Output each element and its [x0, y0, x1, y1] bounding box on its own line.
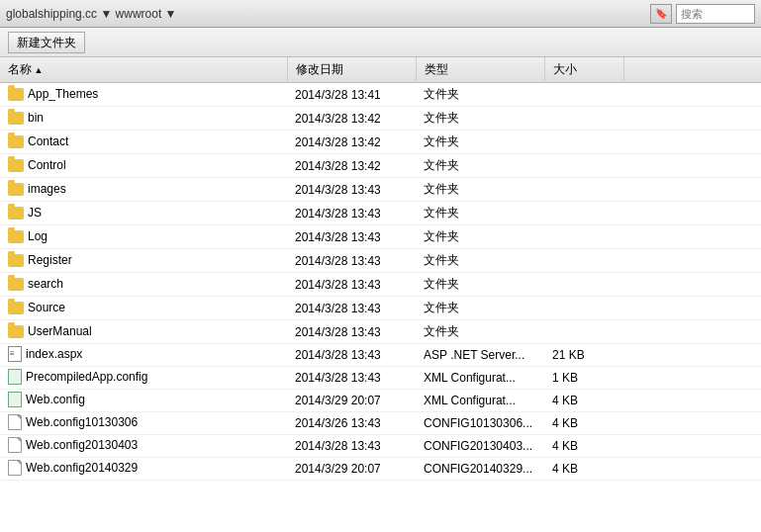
cell-date: 2014/3/28 13:43 — [287, 249, 416, 273]
table-row[interactable]: Web.config201403292014/3/29 20:07CONFIG2… — [0, 458, 761, 481]
header-size[interactable]: 大小 — [544, 57, 623, 83]
cell-name: UserManual — [0, 320, 287, 344]
header-date[interactable]: 修改日期 — [287, 57, 416, 83]
table-row[interactable]: Register2014/3/28 13:43文件夹 — [0, 249, 761, 273]
table-row[interactable]: Log2014/3/28 13:43文件夹 — [0, 225, 761, 249]
search-input[interactable] — [676, 4, 755, 24]
file-name: Web.config — [26, 393, 85, 406]
cell-date: 2014/3/28 13:42 — [287, 131, 416, 154]
cell-name: Web.config20140329 — [0, 458, 287, 481]
cell-extra — [623, 435, 761, 458]
cell-name: images — [0, 178, 287, 202]
table-row[interactable]: search2014/3/28 13:43文件夹 — [0, 273, 761, 297]
table-row[interactable]: index.aspx2014/3/28 13:43ASP .NET Server… — [0, 344, 761, 367]
folder-icon — [8, 135, 24, 148]
folder-icon — [8, 278, 24, 291]
toolbar: 新建文件夹 — [0, 28, 761, 57]
cell-size: 4 KB — [544, 435, 623, 458]
cell-size — [544, 297, 623, 320]
table-row[interactable]: Web.config201304032014/3/28 13:43CONFIG2… — [0, 435, 761, 458]
cell-date: 2014/3/28 13:43 — [287, 297, 416, 320]
cell-extra — [623, 249, 761, 273]
table-row[interactable]: JS2014/3/28 13:43文件夹 — [0, 202, 761, 225]
cell-type: XML Configurat... — [416, 390, 544, 412]
table-row[interactable]: Contact2014/3/28 13:42文件夹 — [0, 131, 761, 154]
file-name: Web.config20140329 — [26, 461, 138, 475]
table-row[interactable]: PrecompiledApp.config2014/3/28 13:43XML … — [0, 367, 761, 390]
cell-name: Web.config10130306 — [0, 412, 287, 435]
header-type[interactable]: 类型 — [416, 57, 544, 83]
header-name[interactable]: 名称 — [0, 57, 287, 83]
cell-size — [544, 131, 623, 154]
generic-file-icon — [8, 460, 22, 476]
cell-extra — [623, 83, 761, 107]
cell-name: Contact — [0, 131, 287, 154]
cell-date: 2014/3/28 13:43 — [287, 435, 416, 458]
table-row[interactable]: App_Themes2014/3/28 13:41文件夹 — [0, 83, 761, 107]
table-row[interactable]: UserManual2014/3/28 13:43文件夹 — [0, 320, 761, 344]
table-row[interactable]: bin2014/3/28 13:42文件夹 — [0, 107, 761, 131]
table-header-row: 名称 修改日期 类型 大小 — [0, 57, 761, 83]
cell-size — [544, 83, 623, 107]
cell-size: 4 KB — [544, 458, 623, 481]
folder-icon — [8, 325, 24, 338]
cell-date: 2014/3/29 20:07 — [287, 390, 416, 412]
cell-date: 2014/3/29 20:07 — [287, 458, 416, 481]
cell-name: search — [0, 273, 287, 297]
cell-type: CONFIG20130403... — [416, 435, 544, 458]
file-name: Web.config20130403 — [26, 438, 138, 452]
file-list-container: 名称 修改日期 类型 大小 App_Themes2014/3/28 13:41文… — [0, 57, 761, 532]
cell-size: 4 KB — [544, 390, 623, 412]
cell-type: 文件夹 — [416, 83, 544, 107]
generic-file-icon — [8, 414, 22, 430]
file-name: Source — [28, 301, 65, 314]
folder-icon — [8, 112, 24, 125]
file-name: Contact — [28, 134, 68, 148]
cell-extra — [623, 202, 761, 225]
new-folder-button[interactable]: 新建文件夹 — [8, 32, 85, 53]
cell-extra — [623, 390, 761, 412]
table-row[interactable]: Control2014/3/28 13:42文件夹 — [0, 154, 761, 178]
folder-icon — [8, 159, 24, 172]
cell-extra — [623, 297, 761, 320]
file-name: PrecompiledApp.config — [26, 370, 147, 384]
bookmark-icon[interactable]: 🔖 — [650, 4, 672, 24]
cell-name: Log — [0, 225, 287, 249]
xml-file-icon — [8, 369, 22, 385]
title-bar: globalshipping.cc ▼ wwwroot ▼ 🔖 — [0, 0, 761, 28]
generic-file-icon — [8, 437, 22, 453]
cell-type: CONFIG10130306... — [416, 412, 544, 435]
table-row[interactable]: images2014/3/28 13:43文件夹 — [0, 178, 761, 202]
cell-extra — [623, 178, 761, 202]
cell-type: 文件夹 — [416, 154, 544, 178]
cell-extra — [623, 344, 761, 367]
folder-icon — [8, 88, 24, 101]
table-row[interactable]: Web.config2014/3/29 20:07XML Configurat.… — [0, 390, 761, 412]
cell-extra — [623, 412, 761, 435]
table-row[interactable]: Source2014/3/28 13:43文件夹 — [0, 297, 761, 320]
cell-name: Register — [0, 249, 287, 273]
cell-size — [544, 107, 623, 131]
cell-date: 2014/3/28 13:43 — [287, 367, 416, 390]
cell-size — [544, 202, 623, 225]
cell-date: 2014/3/28 13:43 — [287, 273, 416, 297]
cell-name: bin — [0, 107, 287, 131]
cell-date: 2014/3/28 13:43 — [287, 178, 416, 202]
cell-type: 文件夹 — [416, 273, 544, 297]
cell-extra — [623, 273, 761, 297]
cell-extra — [623, 131, 761, 154]
cell-type: 文件夹 — [416, 107, 544, 131]
table-row[interactable]: Web.config101303062014/3/26 13:43CONFIG1… — [0, 412, 761, 435]
cell-type: CONFIG20140329... — [416, 458, 544, 481]
cell-type: 文件夹 — [416, 131, 544, 154]
cell-name: Web.config20130403 — [0, 435, 287, 458]
cell-date: 2014/3/28 13:43 — [287, 202, 416, 225]
cell-type: 文件夹 — [416, 320, 544, 344]
cell-size — [544, 273, 623, 297]
file-name: search — [28, 277, 63, 291]
cell-name: Source — [0, 297, 287, 320]
header-extra — [623, 57, 761, 83]
cell-extra — [623, 107, 761, 131]
cell-size — [544, 154, 623, 178]
folder-icon — [8, 254, 24, 267]
